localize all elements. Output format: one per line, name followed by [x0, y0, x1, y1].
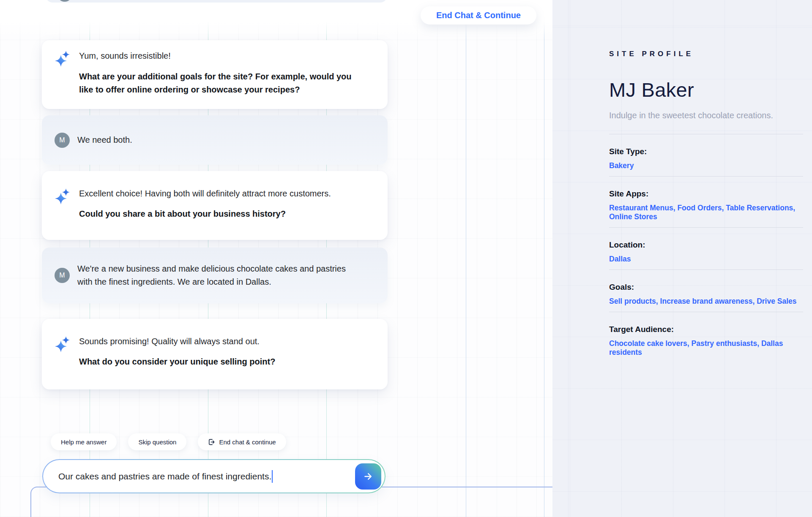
help-me-answer-label: Help me answer	[61, 438, 107, 446]
chat-input[interactable]: Our cakes and pastries are made of fines…	[43, 460, 385, 493]
grid-accent-line	[544, 0, 544, 517]
site-apps-value[interactable]: Restaurant Menus, Food Orders, Table Res…	[609, 204, 803, 221]
skip-question-label: Skip question	[138, 438, 176, 446]
help-me-answer-chip[interactable]: Help me answer	[51, 433, 117, 450]
site-apps-section: Site Apps: Restaurant Menus, Food Orders…	[609, 177, 803, 228]
goals-value[interactable]: Sell products, Increase brand awareness,…	[609, 297, 803, 306]
avatar: M	[55, 133, 70, 148]
site-apps-label: Site Apps:	[609, 189, 803, 199]
grid-accent-line	[466, 0, 466, 517]
user-message-text: We need both.	[77, 133, 132, 147]
goals-section: Goals: Sell products, Increase brand awa…	[609, 270, 803, 312]
target-audience-label: Target Audience:	[609, 325, 803, 334]
assistant-intro-text: Excellent choice! Having both will defin…	[79, 188, 367, 199]
avatar: M	[55, 268, 70, 283]
exit-icon	[208, 438, 215, 446]
assistant-message: Sounds promising! Quality will always st…	[42, 319, 388, 389]
target-audience-section: Target Audience: Chocolate cake lovers, …	[609, 312, 803, 363]
end-chat-continue-chip[interactable]: End chat & continue	[198, 433, 286, 450]
ai-sparkle-icon	[55, 188, 71, 205]
site-tagline: Indulge in the sweetest chocolate creati…	[609, 111, 803, 120]
location-value[interactable]: Dallas	[609, 255, 803, 264]
site-type-section: Site Type: Bakery	[609, 134, 803, 177]
site-profile-panel: SITE PROFILE MJ Baker Indulge in the swe…	[552, 0, 812, 517]
ai-sparkle-icon	[55, 50, 71, 67]
user-message: M We need both.	[42, 115, 388, 165]
skip-question-chip[interactable]: Skip question	[128, 433, 186, 450]
chat-input-container: Our cakes and pastries are made of fines…	[42, 459, 385, 493]
text-caret	[272, 470, 273, 483]
send-button[interactable]	[355, 463, 381, 490]
user-message-text: We're a new business and make delicious …	[77, 262, 356, 288]
target-audience-value[interactable]: Chocolate cake lovers, Pastry enthusiast…	[609, 339, 803, 357]
goals-label: Goals:	[609, 283, 803, 292]
site-type-label: Site Type:	[609, 147, 803, 156]
assistant-question-text: Could you share a bit about your busines…	[79, 207, 358, 220]
user-message: M We're a new business and make deliciou…	[42, 248, 388, 303]
end-chat-continue-button[interactable]: End Chat & Continue	[421, 6, 536, 24]
site-name: MJ Baker	[609, 78, 803, 101]
ai-sparkle-icon	[55, 336, 71, 353]
assistant-intro-text: Yum, sounds irresistible!	[79, 50, 367, 61]
assistant-question-text: What do you consider your unique selling…	[79, 355, 358, 368]
end-chat-continue-label: End chat & continue	[219, 438, 276, 446]
assistant-message: Yum, sounds irresistible! What are your …	[42, 40, 388, 109]
location-label: Location:	[609, 240, 803, 250]
previous-message-bubble-cutoff	[45, 0, 388, 3]
site-type-value[interactable]: Bakery	[609, 161, 803, 170]
assistant-intro-text: Sounds promising! Quality will always st…	[79, 336, 367, 347]
site-profile-heading: SITE PROFILE	[609, 50, 803, 58]
chat-input-value: Our cakes and pastries are made of fines…	[58, 471, 271, 482]
arrow-right-icon	[363, 471, 374, 482]
quick-actions-bar: Help me answer Skip question End chat & …	[51, 433, 286, 450]
location-section: Location: Dallas	[609, 228, 803, 270]
assistant-question-text: What are your additional goals for the s…	[79, 70, 358, 96]
assistant-message: Excellent choice! Having both will defin…	[42, 171, 388, 240]
